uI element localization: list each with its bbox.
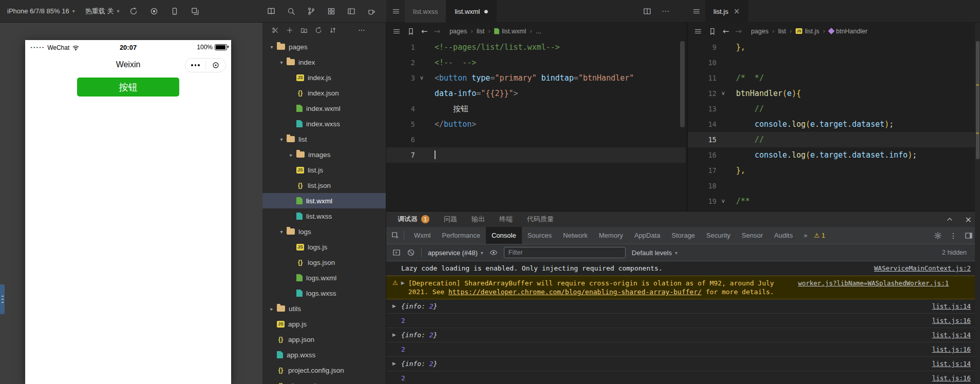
code-line[interactable]: 9}, [688,40,980,55]
fold-icon[interactable]: ∨ [717,86,730,101]
code-line[interactable]: 2<!-- --> [386,55,686,70]
tree-item-logs.wxml[interactable]: logs.wxml [262,270,386,285]
console-message[interactable]: Lazy code loading is enabled. Only injec… [386,261,980,276]
bookmark-icon[interactable] [708,27,717,35]
tree-item-list[interactable]: ▾list [262,131,386,147]
breadcrumb-item-pages[interactable]: pages [751,28,768,35]
tree-item-list.wxss[interactable]: list.wxss [262,208,386,224]
console-message[interactable]: ▶{info: 2}list.js:14 [386,299,980,314]
layout-panel-icon[interactable] [347,7,355,15]
devtools-tab-Security[interactable]: Security [701,227,736,244]
tree-item-utils[interactable]: ▸utils [262,301,386,316]
git-branch-icon[interactable] [307,7,315,15]
tree-item-index.wxml[interactable]: index.wxml [262,101,386,116]
devtools-tab-Performance[interactable]: Performance [437,227,486,244]
code-line[interactable]: 14 console.log(e.target.dataset); [688,117,980,132]
window-scrollbar[interactable] [975,23,980,384]
devtools-tab-Wxml[interactable]: Wxml [408,227,437,244]
code-line[interactable]: 10 [688,55,980,70]
console-sidebar-icon[interactable] [392,248,401,257]
devtools-tab-Sources[interactable]: Sources [522,227,558,244]
console-message[interactable]: 2list.js:16 [386,314,980,328]
code-line[interactable]: 6 [386,132,686,147]
list-icon[interactable] [694,27,702,35]
capsule-menu[interactable] [185,58,226,72]
coffee-icon[interactable] [367,7,375,15]
breadcrumb-item-...[interactable]: ... [536,28,541,35]
code-area[interactable]: 9},1011/* */12∨btnHandler(e){13 //14 con… [688,40,980,211]
tree-item-list.wxml[interactable]: list.wxml [262,193,386,208]
refresh-icon[interactable] [129,7,138,15]
warning-count-badge[interactable]: ⚠ 1 [814,232,825,239]
new-folder-icon[interactable] [300,27,308,34]
eye-icon[interactable] [489,248,498,257]
debugger-tab-终端[interactable]: 终端 [499,215,513,224]
capsule-more-icon[interactable] [185,59,205,72]
tree-expand-icon[interactable]: ▾ [277,60,286,65]
grid-icon[interactable] [327,7,335,15]
dock-handle[interactable] [0,284,5,314]
code-line[interactable]: 1<!--pages/list/list.wxml--> [386,40,686,55]
code-line[interactable]: 19∨/** [688,194,980,209]
console-message[interactable]: ▶{info: 2}list.js:14 [386,328,980,342]
expand-icon[interactable]: ▶ [392,331,396,337]
back-arrow-icon[interactable]: ← [723,27,729,36]
tree-item-app.wxss[interactable]: app.wxss [262,347,386,362]
debugger-tab-输出[interactable]: 输出 [472,215,485,224]
breadcrumb-item-pages[interactable]: pages [449,28,467,35]
devtools-tab-Storage[interactable]: Storage [666,227,701,244]
tree-item-app.json[interactable]: {}app.json [262,332,386,347]
context-selector[interactable]: appservice (#48) ▾ [428,249,483,257]
sort-icon[interactable] [329,27,336,34]
code-line[interactable]: 15 // [688,132,980,147]
tab-close-icon[interactable]: × [733,7,740,16]
console-url-link[interactable]: https://developer.chrome.com/blog/enabli… [448,288,702,296]
tab-overflow-icon[interactable]: » [803,232,807,239]
tree-item-index.json[interactable]: {}index.json [262,85,386,101]
source-link[interactable]: worker.js?libName=WASplashedWorker.js:1 [798,279,949,287]
forward-arrow-icon[interactable]: → [736,27,742,36]
compile-book-icon[interactable] [267,7,275,15]
code-line[interactable]: 11/* */ [688,70,980,86]
clear-console-icon[interactable] [407,248,415,257]
split-editor-icon[interactable] [643,7,651,15]
breadcrumb-item-list[interactable]: list [477,28,484,35]
tree-expand-icon[interactable]: ▾ [277,137,286,142]
kebab-menu-icon[interactable]: ⋮ [950,232,957,240]
more-icon[interactable]: ⋯ [662,7,669,16]
list-icon[interactable] [392,27,401,35]
editor-left-tab-list.wxss[interactable]: list.wxss [405,0,446,23]
debugger-tab-调试器[interactable]: 调试器1 [398,215,429,224]
tree-item-index.wxss[interactable]: index.wxss [262,116,386,131]
console-messages[interactable]: Lazy code loading is enabled. Only injec… [386,261,980,384]
fold-icon[interactable]: ∨ [415,70,428,86]
devtools-tab-Sensor[interactable]: Sensor [736,227,768,244]
tree-expand-icon[interactable]: ▸ [287,152,295,158]
gear-icon[interactable] [934,232,942,240]
tree-item-pages[interactable]: ▾pages [262,39,386,54]
filter-input[interactable] [504,247,626,258]
primary-button[interactable]: 按钮 [77,78,179,97]
chevron-up-icon[interactable] [946,215,954,223]
tree-item-index.js[interactable]: JSindex.js [262,70,386,85]
devtools-tab-AppData[interactable]: AppData [629,227,666,244]
editor-right-tab-list.js[interactable]: list.js× [705,0,748,23]
console-message[interactable]: ▶{info: 2}list.js:14 [386,357,980,371]
source-link[interactable]: list.js:16 [932,374,971,382]
source-link[interactable]: list.js:16 [932,316,971,325]
code-line[interactable]: 4 按钮 [386,101,686,117]
debugger-tab-问题[interactable]: 问题 [444,215,457,224]
breadcrumb-item-list.wxml[interactable]: list.wxml [494,28,526,35]
code-line[interactable]: 17}, [688,163,980,178]
source-link[interactable]: list.js:14 [932,331,971,339]
capsule-home-icon[interactable] [206,59,226,72]
devtools-tab-Console[interactable]: Console [486,227,522,244]
code-line[interactable]: 7 [386,147,686,163]
devtools-tab-Memory[interactable]: Memory [593,227,629,244]
code-line[interactable]: 13 // [688,101,980,117]
tree-item-logs.wxss[interactable]: logs.wxss [262,285,386,301]
tree-item-index[interactable]: ▾index [262,54,386,70]
console-message[interactable]: ⚠▶[Deprecation] SharedArrayBuffer will r… [386,276,980,299]
phone-preview-icon[interactable] [171,7,179,15]
close-icon[interactable]: × [965,215,972,224]
